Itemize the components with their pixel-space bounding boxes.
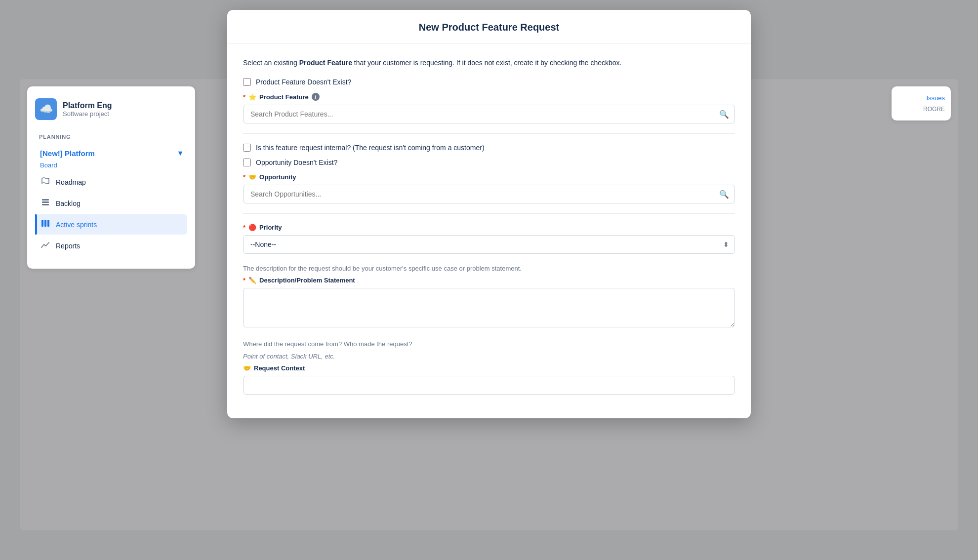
- required-star-priority: *: [243, 224, 245, 231]
- modal-description: Select an existing Product Feature that …: [243, 57, 735, 68]
- internal-request-checkbox[interactable]: [243, 144, 251, 152]
- modal-body: Select an existing Product Feature that …: [227, 43, 751, 418]
- product-feature-not-exist-label[interactable]: Product Feature Doesn't Exist?: [256, 78, 351, 86]
- sidebar-logo-text: Platform Eng Software project: [63, 101, 112, 118]
- opportunity-not-exist-checkbox[interactable]: [243, 159, 251, 166]
- sidebar-item-backlog[interactable]: Backlog: [35, 193, 187, 213]
- project-name: Platform Eng: [63, 101, 112, 110]
- description-text-part1: Select an existing: [243, 59, 299, 67]
- svg-rect-3: [41, 220, 43, 227]
- required-star-product-feature: *: [243, 93, 245, 101]
- board-label[interactable]: Board: [35, 161, 187, 169]
- handshake-emoji: 🤝: [248, 173, 256, 181]
- red-circle-emoji: 🔴: [248, 224, 256, 231]
- opportunity-label-row: * 🤝 Opportunity: [243, 173, 735, 181]
- sidebar: ☁️ Platform Eng Software project PLANNIN…: [27, 86, 195, 269]
- product-feature-label-row: * ⭐ Product Feature i: [243, 93, 735, 101]
- product-feature-label: Product Feature: [259, 93, 309, 101]
- star-emoji: ⭐: [248, 93, 256, 101]
- opportunity-label: Opportunity: [259, 173, 296, 181]
- active-sprints-label: Active sprints: [56, 221, 97, 229]
- product-feature-input[interactable]: [243, 105, 735, 123]
- backlog-icon: [40, 197, 51, 209]
- product-feature-input-wrapper: 🔍: [243, 105, 735, 123]
- right-panel: Issues ROGRE: [892, 86, 951, 120]
- search-icon-opportunity: 🔍: [719, 190, 729, 199]
- priority-select-wrapper: --None-- Critical High Medium Low ⬍: [243, 235, 735, 254]
- priority-group: * 🔴 Priority --None-- Critical High Medi…: [243, 224, 735, 254]
- description-text-part2: that your customer is requesting. If it …: [352, 59, 622, 67]
- internal-request-label[interactable]: Is this feature request internal? (The r…: [256, 144, 485, 152]
- divider-1: [243, 133, 735, 134]
- required-star-opportunity: *: [243, 173, 245, 181]
- product-feature-not-exist-checkbox[interactable]: [243, 78, 251, 86]
- reports-label: Reports: [56, 242, 80, 250]
- request-context-input[interactable]: [243, 376, 735, 395]
- opportunity-input-wrapper: 🔍: [243, 185, 735, 203]
- modal: New Product Feature Request Select an ex…: [227, 10, 751, 418]
- request-context-helper2: Point of contact, Slack URL, etc.: [243, 352, 735, 361]
- request-context-helper1: Where did the request come from? Who mad…: [243, 339, 735, 349]
- progress-label: ROGRE: [897, 106, 945, 113]
- sidebar-item-roadmap[interactable]: Roadmap: [35, 172, 187, 192]
- required-star-description: *: [243, 277, 245, 284]
- internal-request-row[interactable]: Is this feature request internal? (The r…: [243, 144, 735, 152]
- info-icon-product-feature[interactable]: i: [312, 93, 320, 101]
- svg-rect-1: [42, 201, 49, 203]
- priority-select[interactable]: --None-- Critical High Medium Low: [243, 235, 735, 254]
- chevron-down-icon: ▾: [178, 149, 182, 158]
- product-feature-group: * ⭐ Product Feature i 🔍: [243, 93, 735, 123]
- active-indicator: [35, 214, 37, 235]
- backlog-label: Backlog: [56, 200, 81, 207]
- search-icon-product-feature: 🔍: [719, 110, 729, 119]
- modal-title: New Product Feature Request: [243, 22, 735, 33]
- reports-icon: [40, 240, 51, 252]
- svg-rect-2: [42, 204, 49, 205]
- request-context-emoji: 🤝: [243, 364, 251, 372]
- product-feature-not-exist-row[interactable]: Product Feature Doesn't Exist?: [243, 78, 735, 86]
- sidebar-item-active-sprints[interactable]: Active sprints: [35, 214, 187, 235]
- sidebar-item-platform[interactable]: [New!] Platform ▾: [35, 145, 187, 161]
- sidebar-logo: ☁️ Platform Eng Software project: [35, 98, 187, 120]
- request-context-group: 🤝 Request Context: [243, 364, 735, 395]
- sprints-icon: [40, 218, 51, 231]
- planning-section-title: PLANNING: [35, 134, 187, 140]
- svg-rect-5: [47, 220, 49, 227]
- platform-label: [New!] Platform: [40, 149, 95, 158]
- priority-helper-text: The description for the request should b…: [243, 264, 735, 274]
- opportunity-group: * 🤝 Opportunity 🔍: [243, 173, 735, 203]
- logo-emoji: ☁️: [40, 103, 53, 116]
- opportunity-input[interactable]: [243, 185, 735, 203]
- project-type: Software project: [63, 110, 112, 118]
- description-label: Description/Problem Statement: [259, 277, 355, 284]
- description-group: * ✏️ Description/Problem Statement: [243, 277, 735, 329]
- description-label-row: * ✏️ Description/Problem Statement: [243, 277, 735, 284]
- request-context-label-row: 🤝 Request Context: [243, 364, 735, 372]
- roadmap-label: Roadmap: [56, 178, 86, 186]
- description-bold: Product Feature: [299, 59, 352, 67]
- priority-label: Priority: [259, 224, 282, 231]
- opportunity-not-exist-row[interactable]: Opportunity Doesn't Exist?: [243, 159, 735, 166]
- description-textarea[interactable]: [243, 288, 735, 327]
- request-context-label: Request Context: [254, 364, 305, 372]
- svg-rect-4: [44, 220, 46, 227]
- modal-header: New Product Feature Request: [227, 10, 751, 43]
- divider-2: [243, 213, 735, 214]
- pencil-emoji: ✏️: [248, 277, 256, 284]
- issues-label: Issues: [897, 94, 945, 102]
- logo-icon: ☁️: [35, 98, 57, 120]
- opportunity-not-exist-label[interactable]: Opportunity Doesn't Exist?: [256, 159, 337, 166]
- svg-rect-0: [42, 199, 49, 200]
- roadmap-icon: [40, 176, 51, 188]
- sidebar-item-reports[interactable]: Reports: [35, 236, 187, 256]
- priority-label-row: * 🔴 Priority: [243, 224, 735, 231]
